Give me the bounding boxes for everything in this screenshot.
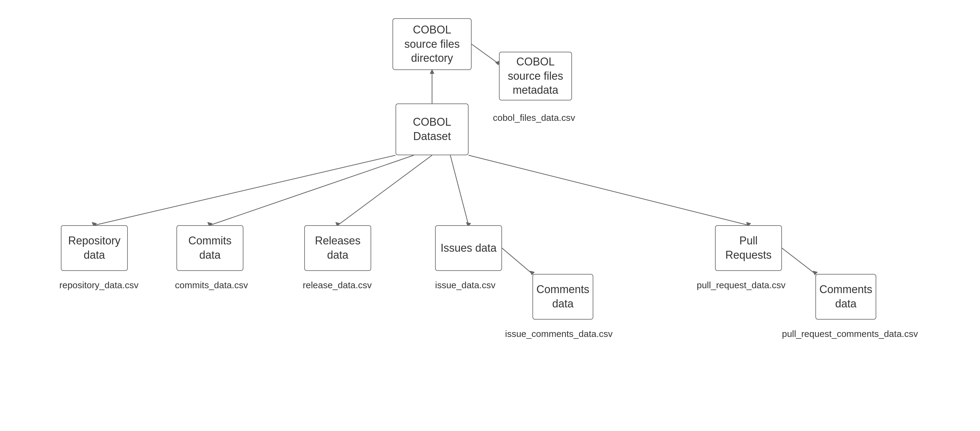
node-issues-data: Issues data: [435, 225, 502, 271]
label-commits-csv: commits_data.csv: [175, 280, 248, 291]
label-pr-comments-csv: pull_request_comments_data.csv: [782, 329, 918, 339]
svg-line-16: [782, 248, 815, 274]
label-issue-csv: issue_data.csv: [435, 280, 495, 291]
svg-line-14: [502, 248, 533, 274]
node-releases-data: Releases data: [304, 225, 371, 271]
node-cobol-source-meta: COBOL source files metadata: [499, 52, 572, 101]
svg-line-8: [338, 155, 432, 225]
diagram-container: COBOL source files directory COBOL sourc…: [0, 0, 980, 431]
svg-line-6: [210, 155, 414, 225]
label-cobol-files-data: cobol_files_data.csv: [493, 113, 575, 123]
node-commits-data: Commits data: [177, 225, 243, 271]
label-repository-csv: repository_data.csv: [59, 280, 138, 291]
label-pull-request-csv: pull_request_data.csv: [697, 280, 786, 291]
node-issue-comments: Comments data: [533, 274, 593, 319]
node-pr-comments: Comments data: [815, 274, 876, 319]
svg-line-12: [469, 155, 748, 225]
label-release-csv: release_data.csv: [303, 280, 372, 291]
node-cobol-source-dir: COBOL source files directory: [393, 18, 472, 70]
svg-line-10: [450, 155, 469, 225]
node-repo-data: Repository data: [61, 225, 128, 271]
node-cobol-dataset: COBOL Dataset: [396, 104, 469, 155]
node-pull-requests: Pull Requests: [715, 225, 782, 271]
svg-marker-1: [430, 69, 434, 73]
arrows-svg: [0, 0, 980, 431]
svg-line-2: [472, 44, 499, 64]
svg-line-4: [94, 155, 396, 225]
label-issue-comments-csv: issue_comments_data.csv: [505, 329, 613, 339]
